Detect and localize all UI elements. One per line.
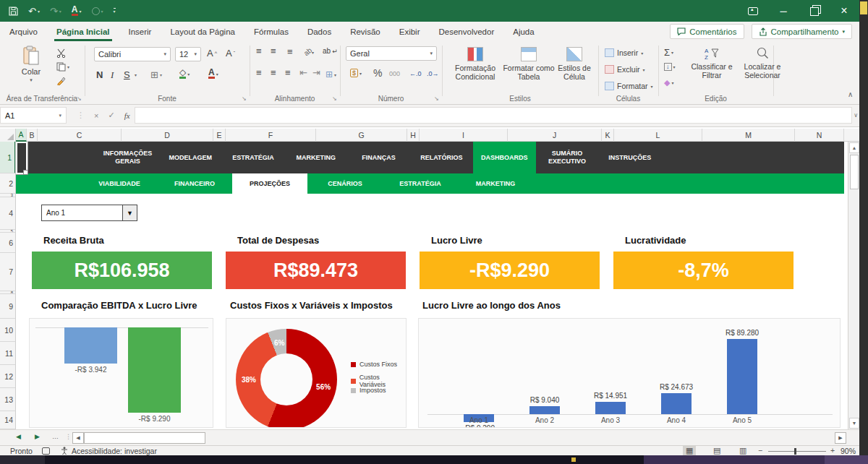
increase-decimal-icon[interactable]: ←.0 xyxy=(409,70,422,77)
workbook-tab[interactable]: DASHBOARDS xyxy=(473,142,536,173)
scroll-up-icon[interactable]: ▲ xyxy=(849,142,859,153)
chart-ebitda-vs-lucro[interactable]: -R$ 3.942-R$ 9.290 xyxy=(29,318,213,428)
column-header[interactable]: D xyxy=(122,129,213,142)
column-header[interactable]: N xyxy=(795,129,844,142)
hscroll-right-icon[interactable]: ▶ xyxy=(835,432,846,444)
column-header[interactable]: J xyxy=(508,129,602,142)
dashboard-subtab[interactable]: CENÁRIOS xyxy=(307,173,383,194)
clipboard-dialog-launcher[interactable]: ↘ xyxy=(77,95,82,102)
ribbon-display-options-icon[interactable] xyxy=(738,0,768,22)
column-header[interactable]: G xyxy=(316,129,407,142)
scroll-down-icon[interactable]: ▼ xyxy=(849,418,859,429)
font-color-icon[interactable]: A▾ xyxy=(72,6,82,16)
workbook-tab[interactable]: MARKETING xyxy=(284,142,347,173)
row-header[interactable]: 1 xyxy=(0,142,16,173)
row-header[interactable]: 9 xyxy=(0,294,16,319)
italic-button[interactable]: I xyxy=(111,69,114,81)
percent-style-icon[interactable]: % xyxy=(373,67,382,79)
align-center-icon[interactable]: ≡ xyxy=(271,69,276,77)
alignment-dialog-launcher[interactable]: ↘ xyxy=(332,95,337,102)
zoom-level[interactable]: 90% xyxy=(841,447,856,455)
menu-tab[interactable]: Arquivo xyxy=(0,22,47,41)
insert-cells-button[interactable]: Inserir▾ xyxy=(605,48,643,57)
fill-color-icon[interactable]: ◇▾ xyxy=(179,69,190,79)
zoom-slider[interactable] xyxy=(768,451,826,452)
font-size-select[interactable]: 12▾ xyxy=(175,47,201,61)
clear-button[interactable]: ◆▾ xyxy=(664,78,673,87)
column-header[interactable]: L xyxy=(614,129,702,142)
sort-filter-button[interactable]: AZ Classificar e Filtrar xyxy=(687,47,736,80)
underline-button[interactable]: S xyxy=(124,69,130,80)
customize-qat-icon[interactable]: ▾ xyxy=(114,8,116,14)
formula-options-icon[interactable]: ⋮ xyxy=(77,111,85,120)
zoom-out-icon[interactable]: − xyxy=(758,446,762,455)
row-header[interactable]: 7 xyxy=(0,253,16,291)
menu-tab[interactable]: Layout da Página xyxy=(161,22,244,41)
zoom-slider-thumb[interactable] xyxy=(794,448,796,455)
menu-tab[interactable]: Ajuda xyxy=(503,22,543,41)
column-header[interactable]: E xyxy=(213,129,226,142)
undo-button[interactable]: ↶▾ xyxy=(28,6,40,17)
align-top-icon[interactable]: ≡ xyxy=(256,48,262,55)
font-color-button[interactable]: A▾ xyxy=(208,69,218,79)
menu-tab[interactable]: Dados xyxy=(298,22,341,41)
tab-splitter-icon[interactable]: ⋮ xyxy=(65,433,72,440)
dashboard-subtab[interactable]: FINANCEIRO xyxy=(157,173,232,194)
column-header[interactable]: H xyxy=(407,129,420,142)
decrease-font-icon[interactable]: Aˇ xyxy=(226,48,235,59)
cancel-icon[interactable]: × xyxy=(94,111,98,120)
sheet-tabs-overflow-icon[interactable]: … xyxy=(52,433,59,440)
column-header[interactable]: I xyxy=(420,129,508,142)
sheet-next-icon[interactable]: ▶ xyxy=(35,433,40,440)
dashboard-subtab[interactable]: VIABILIDADE xyxy=(82,173,157,194)
dashboard-subtab[interactable]: ESTRATÉGIA xyxy=(383,173,458,194)
column-header[interactable]: M xyxy=(702,129,795,142)
menu-tab[interactable]: Desenvolvedor xyxy=(430,22,504,41)
chart-custos-donut[interactable]: 56%38%6%Custos FixosCustos VariáveisImpo… xyxy=(226,318,407,428)
cell-styles-button[interactable]: Estilos de Célula xyxy=(547,47,602,81)
copy-button[interactable]: ▾ xyxy=(56,62,69,72)
year-dropdown-arrow-icon[interactable]: ▼ xyxy=(122,205,137,220)
hscroll-left-icon[interactable]: ◀ xyxy=(72,432,84,444)
autosum-button[interactable]: Σ▾ xyxy=(664,47,673,58)
cut-button[interactable] xyxy=(56,48,66,58)
year-dropdown[interactable]: Ano 1 ▼ xyxy=(41,205,137,221)
bold-button[interactable]: N xyxy=(96,69,103,80)
zoom-in-icon[interactable]: + xyxy=(830,446,835,455)
align-left-icon[interactable]: ≡ xyxy=(256,69,262,77)
workbook-tab[interactable]: MODELAGEM xyxy=(159,142,222,173)
decrease-decimal-icon[interactable]: .0→ xyxy=(427,70,439,77)
menu-tab[interactable]: Exibir xyxy=(390,22,430,41)
menu-tab[interactable]: Inserir xyxy=(119,22,161,41)
macro-record-icon[interactable] xyxy=(42,447,50,455)
delete-cells-button[interactable]: Excluir▾ xyxy=(605,65,645,74)
increase-font-icon[interactable]: A^ xyxy=(207,48,217,59)
redo-button[interactable]: ↷▾ xyxy=(50,6,61,17)
accessibility-status[interactable]: Acessibilidade: investigar xyxy=(72,447,157,455)
menu-tab[interactable]: Página Inicial xyxy=(47,22,119,41)
name-box[interactable]: A1▾ xyxy=(0,107,67,124)
font-name-select[interactable]: Calibri▾ xyxy=(94,47,171,61)
dashboard-subtab[interactable]: MARKETING xyxy=(458,173,533,194)
comma-style-icon[interactable]: 000 xyxy=(389,70,400,77)
vertical-scrollbar[interactable]: ▲ ▼ xyxy=(848,142,859,429)
row-header[interactable]: 6 xyxy=(0,233,16,253)
expand-formula-bar-icon[interactable]: ∨ xyxy=(854,112,858,119)
underline-dropdown[interactable]: ▾ xyxy=(135,72,137,77)
row-header[interactable]: 13 xyxy=(0,388,16,411)
horizontal-scroll-thumb[interactable] xyxy=(84,432,205,444)
enter-icon[interactable]: ✓ xyxy=(108,111,114,120)
normal-view-icon[interactable]: ▦ xyxy=(683,446,696,455)
page-layout-view-icon[interactable]: ▤ xyxy=(710,446,723,455)
wrap-text-icon[interactable]: ab↵ xyxy=(323,47,338,55)
close-button[interactable]: × xyxy=(829,0,859,22)
row-header[interactable]: 14 xyxy=(0,411,16,429)
workbook-tab[interactable]: SUMÁRIO EXECUTIVO xyxy=(536,142,599,173)
column-header[interactable]: K xyxy=(602,129,614,142)
column-header[interactable]: F xyxy=(226,129,316,142)
font-dialog-launcher[interactable]: ↘ xyxy=(242,95,247,102)
accounting-format-icon[interactable]: $▾ xyxy=(350,69,362,77)
select-all-corner[interactable] xyxy=(0,129,16,142)
increase-indent-icon[interactable]: ⇥ xyxy=(312,69,320,77)
orientation-dropdown[interactable]: ▾ xyxy=(312,50,314,55)
